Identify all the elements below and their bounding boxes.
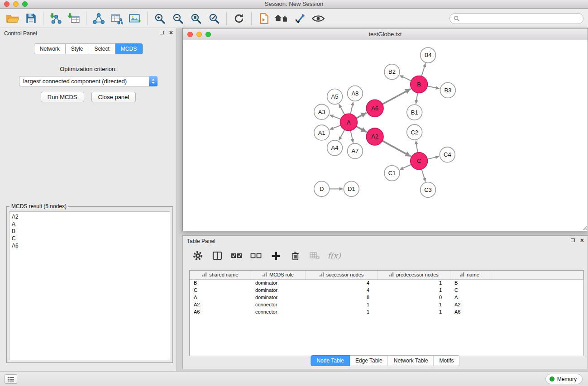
- mcds-result-item[interactable]: B: [12, 228, 167, 235]
- tab-network[interactable]: Network: [34, 43, 66, 54]
- zoom-in-button[interactable]: [151, 10, 169, 27]
- zoom-fit-button[interactable]: [187, 10, 205, 27]
- tab-style[interactable]: Style: [66, 43, 89, 54]
- close-window-button[interactable]: [4, 1, 10, 7]
- graph-edge[interactable]: [382, 141, 411, 157]
- graph-edge[interactable]: [427, 157, 439, 159]
- graph-edge[interactable]: [356, 113, 367, 118]
- table-cell[interactable]: 0: [378, 294, 450, 301]
- deselect-all-rows-button[interactable]: [250, 249, 262, 262]
- graph-node-A7[interactable]: A7: [347, 143, 363, 159]
- float-panel-icon[interactable]: [160, 31, 164, 34]
- table-cell[interactable]: 1: [378, 308, 450, 315]
- table-row[interactable]: Bdominator41B: [190, 279, 583, 286]
- table-cell[interactable]: dominator: [251, 279, 305, 286]
- graph-node-A1[interactable]: A1: [314, 125, 330, 140]
- close-panel-button[interactable]: Close panel: [91, 92, 136, 102]
- new-table-button[interactable]: [108, 10, 126, 27]
- mcds-result-item[interactable]: A2: [12, 213, 167, 220]
- delete-row-button[interactable]: [289, 249, 301, 262]
- graph-node-A5[interactable]: A5: [327, 89, 343, 104]
- minimize-network-window-button[interactable]: [196, 32, 202, 37]
- graph-node-D1[interactable]: D1: [344, 181, 359, 197]
- table-cell[interactable]: 1: [378, 301, 450, 308]
- column-header[interactable]: predecessor nodes: [378, 271, 450, 279]
- graph-node-C2[interactable]: C2: [407, 124, 422, 140]
- graph-edge[interactable]: [339, 130, 345, 141]
- function-builder-button[interactable]: f(x): [328, 249, 340, 262]
- minimize-window-button[interactable]: [13, 1, 19, 7]
- tab-node-table[interactable]: Node Table: [311, 355, 350, 366]
- table-row[interactable]: Cdominator41C: [190, 286, 583, 294]
- graph-edge[interactable]: [356, 126, 367, 132]
- run-mcds-button[interactable]: Run MCDS: [41, 92, 84, 102]
- table-row[interactable]: A6connector11A6: [190, 308, 583, 315]
- network-canvas[interactable]: B4B2BB3A8A5A6A3B1AA1C2A2A4A7C4CC1C3DD1: [183, 41, 588, 231]
- zoom-network-window-button[interactable]: [206, 32, 211, 37]
- export-image-button[interactable]: [126, 10, 144, 27]
- graph-node-A6[interactable]: A6: [366, 100, 383, 117]
- graph-edge[interactable]: [400, 76, 411, 81]
- graph-edge[interactable]: [416, 141, 418, 152]
- menu-button[interactable]: [5, 374, 17, 384]
- save-session-button[interactable]: [22, 10, 40, 27]
- new-network-button[interactable]: [90, 10, 108, 27]
- toggle-details-button[interactable]: [309, 10, 327, 27]
- annotation-button[interactable]: [291, 10, 309, 27]
- refresh-button[interactable]: [230, 10, 248, 27]
- table-cell[interactable]: C: [450, 286, 489, 294]
- column-header[interactable]: successor nodes: [305, 271, 378, 279]
- tab-network-table[interactable]: Network Table: [388, 355, 434, 366]
- graph-node-B1[interactable]: B1: [407, 105, 422, 120]
- table-cell[interactable]: A6: [190, 308, 251, 315]
- graph-edge[interactable]: [382, 89, 411, 104]
- close-panel-icon[interactable]: ×: [169, 30, 173, 35]
- import-network-button[interactable]: [47, 10, 65, 27]
- tab-select[interactable]: Select: [89, 43, 115, 54]
- table-cell[interactable]: 1: [305, 308, 378, 315]
- select-all-rows-button[interactable]: [231, 249, 243, 262]
- close-table-panel-icon[interactable]: ×: [580, 238, 584, 243]
- graph-node-A[interactable]: A: [340, 114, 357, 131]
- graph-node-A8[interactable]: A8: [347, 86, 363, 101]
- open-document-button[interactable]: [255, 10, 273, 27]
- table-cell[interactable]: 4: [305, 286, 378, 294]
- table-cell[interactable]: 8: [305, 294, 378, 301]
- graph-node-B[interactable]: B: [411, 76, 428, 93]
- graph-edge[interactable]: [421, 169, 425, 182]
- table-cell[interactable]: 1: [378, 286, 450, 294]
- column-visibility-button[interactable]: [211, 249, 223, 262]
- graph-node-B3[interactable]: B3: [440, 83, 455, 98]
- table-settings-button[interactable]: [192, 249, 204, 262]
- search-input[interactable]: [462, 15, 579, 22]
- graph-node-C[interactable]: C: [411, 152, 428, 170]
- memory-button[interactable]: Memory: [545, 374, 583, 384]
- graph-edge[interactable]: [330, 115, 340, 119]
- tab-edge-table[interactable]: Edge Table: [350, 355, 388, 366]
- graph-edge[interactable]: [350, 131, 353, 143]
- tab-motifs[interactable]: Motifs: [434, 355, 460, 366]
- graph-node-D[interactable]: D: [314, 181, 330, 197]
- graph-node-C1[interactable]: C1: [384, 166, 400, 181]
- column-header[interactable]: name: [450, 271, 489, 279]
- graph-node-C4[interactable]: C4: [440, 147, 455, 162]
- open-session-button[interactable]: [4, 10, 22, 27]
- home-button[interactable]: [273, 10, 291, 27]
- table-cell[interactable]: C: [190, 286, 251, 294]
- mcds-result-item[interactable]: A6: [12, 242, 167, 249]
- mcds-result-item[interactable]: A: [12, 220, 167, 228]
- resize-grip-icon[interactable]: [582, 225, 587, 230]
- zoom-out-button[interactable]: [169, 10, 187, 27]
- table-cell[interactable]: A2: [190, 301, 251, 308]
- close-network-window-button[interactable]: [187, 32, 193, 37]
- add-row-button[interactable]: [270, 249, 282, 262]
- table-cell[interactable]: B: [190, 279, 251, 286]
- table-cell[interactable]: A6: [450, 308, 489, 315]
- zoom-window-button[interactable]: [22, 1, 28, 7]
- network-window-titlebar[interactable]: testGlobe.txt: [183, 29, 588, 40]
- graph-edge[interactable]: [421, 63, 425, 76]
- import-table-button[interactable]: [65, 10, 83, 27]
- table-cell[interactable]: dominator: [251, 294, 305, 301]
- graph-edge[interactable]: [350, 102, 353, 114]
- table-cell[interactable]: dominator: [251, 286, 305, 294]
